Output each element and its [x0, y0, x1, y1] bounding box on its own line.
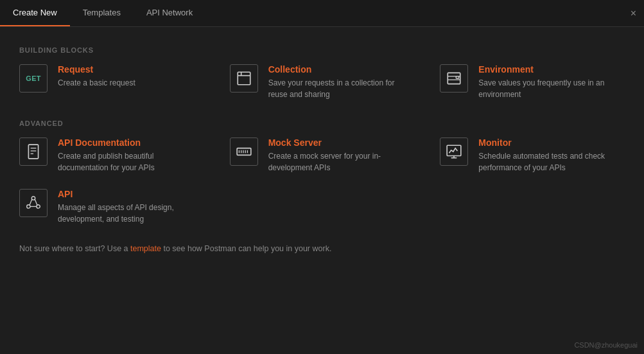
collection-title: Collection	[268, 64, 415, 75]
building-blocks-label: BUILDING BLOCKS	[19, 46, 625, 54]
close-button[interactable]: ×	[631, 8, 636, 19]
request-item[interactable]: GET Request Create a basic request	[19, 64, 204, 100]
advanced-label: ADVANCED	[19, 119, 625, 127]
mock-server-desc: Create a mock server for your in-develop…	[268, 150, 415, 173]
svg-line-22	[30, 199, 32, 205]
monitor-icon	[440, 137, 468, 166]
tab-api-network[interactable]: API Network	[134, 0, 205, 26]
api-icon	[19, 189, 48, 217]
svg-point-20	[27, 205, 30, 208]
main-content: BUILDING BLOCKS GET Request Create a bas…	[0, 27, 644, 266]
environment-item[interactable]: Environment Save values you frequently u…	[440, 64, 625, 100]
request-desc: Create a basic request	[58, 77, 204, 89]
svg-rect-2	[457, 76, 459, 78]
monitor-desc: Schedule automated tests and check perfo…	[478, 150, 625, 173]
monitor-item[interactable]: Monitor Schedule automated tests and che…	[440, 137, 625, 173]
api-documentation-icon	[19, 137, 48, 166]
api-documentation-item[interactable]: API Documentation Create and publish bea…	[19, 137, 204, 173]
mock-server-icon	[230, 137, 258, 166]
environment-desc: Save values you frequently use in an env…	[478, 77, 625, 100]
request-title: Request	[58, 64, 204, 75]
advanced-grid: API Documentation Create and publish bea…	[19, 137, 625, 225]
collection-item[interactable]: Collection Save your requests in a colle…	[230, 64, 415, 100]
footer-text: Not sure where to start? Use a template …	[19, 244, 625, 253]
collection-desc: Save your requests in a collection for r…	[268, 77, 415, 100]
api-documentation-desc: Create and publish beautiful documentati…	[58, 150, 204, 173]
tab-bar: Create New Templates API Network ×	[0, 0, 644, 27]
api-desc: Manage all aspects of API design, develo…	[58, 202, 204, 225]
api-title: API	[58, 189, 204, 199]
building-blocks-grid: GET Request Create a basic request Colle…	[19, 64, 625, 100]
tab-create-new[interactable]: Create New	[0, 0, 70, 26]
watermark: CSDN@zhoukeguai	[574, 341, 638, 349]
collection-icon	[230, 64, 258, 93]
svg-rect-0	[238, 72, 250, 85]
environment-title: Environment	[478, 64, 625, 75]
environment-icon	[440, 64, 468, 93]
api-documentation-title: API Documentation	[58, 137, 204, 148]
svg-point-21	[37, 205, 40, 208]
get-icon: GET	[19, 64, 48, 93]
tab-templates[interactable]: Templates	[70, 0, 134, 26]
template-link[interactable]: template	[130, 244, 161, 253]
svg-line-23	[35, 199, 37, 205]
monitor-title: Monitor	[478, 137, 625, 148]
mock-server-item[interactable]: Mock Server Create a mock server for you…	[230, 137, 415, 173]
api-item[interactable]: API Manage all aspects of API design, de…	[19, 189, 204, 225]
svg-rect-6	[28, 145, 38, 159]
mock-server-title: Mock Server	[268, 137, 415, 148]
